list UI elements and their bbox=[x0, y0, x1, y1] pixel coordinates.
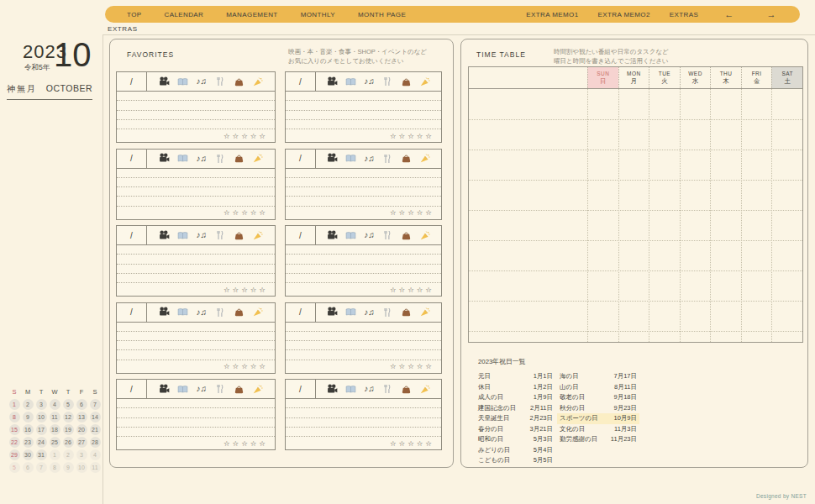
mini-calendar-day[interactable]: 23 bbox=[23, 437, 34, 448]
mini-calendar-day[interactable]: 27 bbox=[76, 437, 87, 448]
favorite-date-cell[interactable]: / bbox=[286, 380, 316, 398]
mini-calendar-day[interactable]: 28 bbox=[90, 437, 101, 448]
mini-calendar-day[interactable]: 9 bbox=[23, 412, 34, 423]
mini-calendar-day[interactable]: 9 bbox=[63, 462, 74, 473]
timetable-panel: TIME TABLE 時間割や観たい番組や日常のタスクなど 曜日と時間を書き込ん… bbox=[460, 39, 808, 468]
mini-calendar-day[interactable]: 3 bbox=[76, 449, 87, 460]
holiday-list-title: 2023年祝日一覧 bbox=[478, 357, 796, 366]
favorite-memo-lines[interactable] bbox=[286, 169, 441, 207]
nav-tab-top[interactable]: TOP bbox=[127, 11, 142, 18]
favorite-star-rating[interactable]: ☆☆☆☆☆ bbox=[117, 283, 275, 296]
mini-calendar-day[interactable]: 12 bbox=[63, 412, 74, 423]
nav-tab-extras[interactable]: EXTRAS bbox=[670, 11, 698, 18]
mini-calendar-day[interactable]: 5 bbox=[63, 399, 74, 410]
mini-calendar-day[interactable]: 4 bbox=[90, 449, 101, 460]
mini-calendar-header-cell: T bbox=[61, 386, 75, 398]
mini-calendar-header-row: SMTWTFS bbox=[8, 386, 102, 398]
mini-calendar-day[interactable]: 15 bbox=[9, 424, 20, 435]
favorite-date-cell[interactable]: / bbox=[117, 380, 147, 398]
mini-calendar-day[interactable]: 6 bbox=[76, 399, 87, 410]
mini-calendar-day[interactable]: 1 bbox=[9, 399, 20, 410]
holiday-date: 10月9日 bbox=[613, 414, 637, 423]
movie-camera-icon bbox=[327, 229, 339, 241]
favorite-date-cell[interactable]: / bbox=[286, 72, 316, 91]
mini-calendar-day[interactable]: 29 bbox=[9, 449, 20, 460]
mini-calendar-day[interactable]: 31 bbox=[36, 449, 47, 460]
nav-tab-monthly[interactable]: MONTHLY bbox=[301, 11, 335, 18]
favorite-memo-lines[interactable] bbox=[286, 245, 441, 283]
mini-calendar-day[interactable]: 11 bbox=[50, 412, 60, 423]
mini-calendar-day[interactable]: 10 bbox=[36, 412, 47, 423]
holiday-date: 1月9日 bbox=[534, 393, 553, 402]
mini-calendar-day[interactable]: 7 bbox=[36, 462, 47, 473]
nav-tab-management[interactable]: MANAGEMENT bbox=[226, 11, 277, 18]
mini-calendar-day[interactable]: 24 bbox=[36, 437, 47, 448]
mini-calendar-day[interactable]: 14 bbox=[90, 412, 101, 423]
favorite-date-cell[interactable]: / bbox=[286, 303, 316, 322]
favorite-memo-lines[interactable] bbox=[117, 92, 275, 129]
mini-calendar-day[interactable]: 4 bbox=[50, 399, 60, 410]
mini-calendar-day[interactable]: 3 bbox=[36, 399, 47, 410]
mini-calendar-cell: 5 bbox=[61, 398, 75, 411]
favorite-date-cell[interactable]: / bbox=[117, 226, 147, 244]
fork-knife-icon bbox=[381, 307, 393, 318]
favorite-memo-lines[interactable] bbox=[286, 399, 441, 437]
mini-calendar-day[interactable]: 6 bbox=[23, 462, 34, 473]
mini-calendar-day[interactable]: 13 bbox=[76, 412, 87, 423]
mini-calendar-day[interactable]: 16 bbox=[23, 424, 34, 435]
mini-calendar-day[interactable]: 8 bbox=[50, 462, 60, 473]
mini-calendar-day[interactable]: 10 bbox=[76, 462, 87, 473]
favorite-star-rating[interactable]: ☆☆☆☆☆ bbox=[286, 129, 441, 142]
nav-tab-month-page[interactable]: MONTH PAGE bbox=[358, 11, 406, 18]
favorite-memo-lines[interactable] bbox=[117, 323, 275, 360]
mini-calendar-cell: 17 bbox=[34, 423, 48, 436]
mini-calendar-day[interactable]: 2 bbox=[23, 399, 34, 410]
favorite-star-rating[interactable]: ☆☆☆☆☆ bbox=[286, 207, 441, 219]
nav-tab-calendar[interactable]: CALENDAR bbox=[165, 11, 204, 18]
mini-calendar-day[interactable]: 11 bbox=[90, 462, 101, 473]
mini-calendar-day[interactable]: 7 bbox=[90, 399, 101, 410]
arrow-right-button[interactable]: → bbox=[760, 9, 783, 19]
favorite-memo-lines[interactable] bbox=[286, 92, 441, 129]
favorite-memo-lines[interactable] bbox=[286, 323, 441, 360]
mini-calendar-day[interactable]: 18 bbox=[50, 424, 60, 435]
music-notes-icon: ♪♫ bbox=[196, 76, 208, 87]
favorite-star-rating[interactable]: ☆☆☆☆☆ bbox=[117, 437, 275, 449]
favorite-star-rating[interactable]: ☆☆☆☆☆ bbox=[286, 360, 441, 373]
mini-calendar-cell: 10 bbox=[75, 461, 88, 474]
favorite-date-cell[interactable]: / bbox=[117, 303, 147, 322]
mini-calendar-day[interactable]: 8 bbox=[9, 412, 20, 423]
mini-calendar-day[interactable]: 5 bbox=[9, 462, 20, 473]
mini-calendar-day[interactable]: 2 bbox=[63, 449, 74, 460]
mini-calendar-cell: 8 bbox=[48, 461, 61, 474]
holiday-date: 5月5日 bbox=[534, 456, 553, 465]
arrow-left-button[interactable]: ← bbox=[718, 9, 740, 19]
mini-calendar-header-cell: M bbox=[21, 386, 34, 398]
mini-calendar-day[interactable]: 20 bbox=[76, 424, 87, 435]
favorite-star-rating[interactable]: ☆☆☆☆☆ bbox=[286, 437, 441, 449]
favorite-star-rating[interactable]: ☆☆☆☆☆ bbox=[117, 207, 275, 219]
mini-calendar-day[interactable]: 26 bbox=[63, 437, 74, 448]
mini-calendar-day[interactable]: 17 bbox=[36, 424, 47, 435]
mini-calendar-day[interactable]: 30 bbox=[23, 449, 34, 460]
favorite-date-cell[interactable]: / bbox=[286, 226, 316, 244]
memo-line bbox=[117, 187, 275, 197]
mini-calendar-day[interactable]: 25 bbox=[50, 437, 60, 448]
favorite-star-rating[interactable]: ☆☆☆☆☆ bbox=[117, 360, 275, 373]
favorite-date-cell[interactable]: / bbox=[117, 72, 147, 91]
mini-calendar-day[interactable]: 1 bbox=[50, 449, 60, 460]
favorite-memo-lines[interactable] bbox=[117, 399, 275, 437]
mini-calendar-day[interactable]: 21 bbox=[90, 424, 101, 435]
mini-calendar-day[interactable]: 19 bbox=[63, 424, 74, 435]
favorite-icons-row: ♪♫ bbox=[316, 150, 441, 168]
favorite-memo-lines[interactable] bbox=[117, 169, 275, 207]
favorite-star-rating[interactable]: ☆☆☆☆☆ bbox=[117, 129, 275, 142]
favorite-memo-lines[interactable] bbox=[117, 245, 275, 283]
favorite-star-rating[interactable]: ☆☆☆☆☆ bbox=[286, 283, 441, 296]
favorite-date-cell[interactable]: / bbox=[286, 150, 316, 168]
nav-tab-extra-memo1[interactable]: EXTRA MEMO1 bbox=[526, 11, 578, 18]
nav-tab-extra-memo2[interactable]: EXTRA MEMO2 bbox=[598, 11, 650, 18]
mini-calendar-day[interactable]: 22 bbox=[9, 437, 20, 448]
music-notes-icon: ♪♫ bbox=[364, 383, 376, 395]
favorite-date-cell[interactable]: / bbox=[117, 150, 147, 168]
